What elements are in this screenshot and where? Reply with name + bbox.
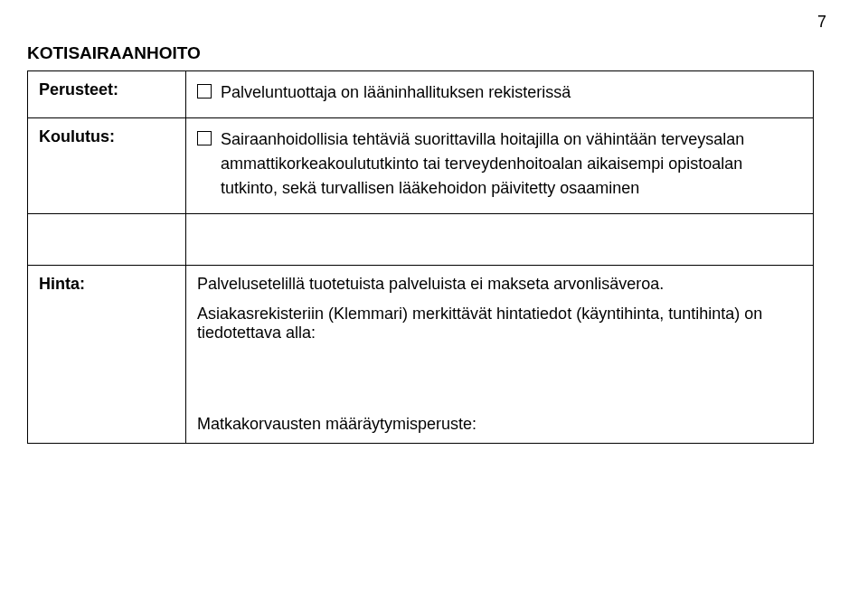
koulutus-value: Sairaanhoidollisia tehtäviä suorittavill… — [186, 118, 814, 214]
checkbox-icon — [197, 131, 212, 145]
page-number: 7 — [817, 13, 826, 32]
checkbox-text: Sairaanhoidollisia tehtäviä suorittavill… — [221, 127, 802, 201]
row-hinta: Hinta: Palvelusetelillä tuotetuista palv… — [28, 266, 814, 444]
koulutus-label: Koulutus: — [28, 118, 186, 214]
hinta-value: Palvelusetelillä tuotetuista palveluista… — [186, 266, 814, 444]
checkbox-line: Sairaanhoidollisia tehtäviä suorittavill… — [197, 127, 802, 201]
hinta-paragraph: Asiakasrekisteriin (Klemmari) merkittävä… — [197, 305, 802, 343]
checkbox-icon — [197, 84, 212, 99]
row-gap — [28, 214, 814, 266]
perusteet-label: Perusteet: — [28, 71, 186, 118]
hinta-paragraph: Matkakorvausten määräytymisperuste: — [197, 415, 802, 434]
checkbox-text: Palveluntuottaja on lääninhallituksen re… — [221, 80, 802, 105]
hinta-label: Hinta: — [28, 266, 186, 444]
section-heading: KOTISAIRAANHOITO — [27, 43, 814, 63]
form-table: Perusteet: Palveluntuottaja on lääninhal… — [27, 70, 814, 444]
document-page: 7 KOTISAIRAANHOITO Perusteet: Palveluntu… — [0, 0, 868, 610]
hinta-paragraph: Palvelusetelillä tuotetuista palveluista… — [197, 275, 802, 294]
row-koulutus: Koulutus: Sairaanhoidollisia tehtäviä su… — [28, 118, 814, 214]
checkbox-line: Palveluntuottaja on lääninhallituksen re… — [197, 80, 802, 105]
perusteet-value: Palveluntuottaja on lääninhallituksen re… — [186, 71, 814, 118]
row-perusteet: Perusteet: Palveluntuottaja on lääninhal… — [28, 71, 814, 118]
